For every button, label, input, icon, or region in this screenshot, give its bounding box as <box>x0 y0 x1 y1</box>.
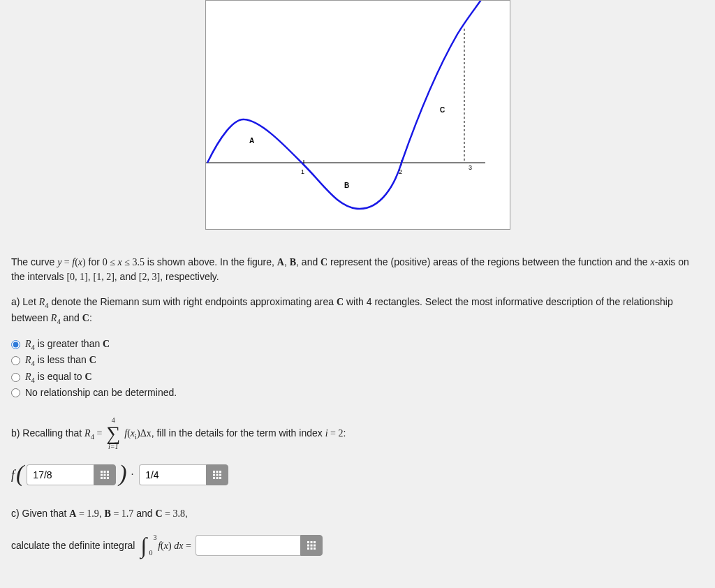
svg-rect-16 <box>213 474 215 476</box>
graph-label-b: B <box>344 182 349 189</box>
radio-equal[interactable] <box>11 373 20 382</box>
part-c-given: c) Given that A = 1.9, B = 1.7 and C = 3… <box>11 506 704 521</box>
problem-body: The curve y = f(x) for 0 ≤ x ≤ 3.5 is sh… <box>0 238 715 588</box>
keypad-icon[interactable] <box>206 464 228 485</box>
input-xi-field[interactable] <box>27 464 94 485</box>
svg-rect-25 <box>307 545 309 547</box>
graph-tick-2: 2 <box>399 168 402 175</box>
svg-rect-13 <box>213 471 215 473</box>
svg-rect-22 <box>307 541 309 543</box>
svg-rect-21 <box>219 477 221 479</box>
input-xi[interactable] <box>27 464 116 485</box>
option-equal[interactable]: R4 is equal to C <box>11 369 704 386</box>
integral-symbol: ∫ 3 0 <box>140 534 147 557</box>
part-c-integral: calculate the definite integral ∫ 3 0 f(… <box>11 534 704 557</box>
input-dx[interactable] <box>139 464 228 485</box>
option-none[interactable]: No relationship can be determined. <box>11 385 704 400</box>
svg-rect-17 <box>216 474 219 476</box>
part-b-prompt: b) Recalling that R4 = 4 ∑ i=1 f(xi)Δx, … <box>11 417 704 450</box>
input-dx-field[interactable] <box>139 464 206 485</box>
graph-label-a: A <box>249 137 254 145</box>
svg-rect-23 <box>310 541 312 543</box>
input-integral-field[interactable] <box>196 535 300 556</box>
svg-rect-7 <box>101 474 103 476</box>
svg-rect-19 <box>213 477 215 479</box>
keypad-icon[interactable] <box>300 535 323 556</box>
part-a-options: R4 is greater than C R4 is less than C R… <box>11 337 704 401</box>
svg-rect-27 <box>314 545 316 547</box>
radio-none[interactable] <box>11 388 20 397</box>
option-greater[interactable]: R4 is greater than C <box>11 337 704 353</box>
graph-tick-1: 1 <box>301 168 304 175</box>
svg-rect-18 <box>219 474 221 476</box>
svg-rect-20 <box>216 477 219 479</box>
svg-rect-6 <box>107 471 109 473</box>
part-b-inputs: f ( ) · <box>11 463 704 487</box>
svg-rect-30 <box>314 547 316 550</box>
svg-rect-11 <box>104 477 106 479</box>
keypad-icon[interactable] <box>94 464 116 485</box>
graph-label-c: C <box>440 106 445 114</box>
svg-rect-24 <box>314 541 316 543</box>
input-integral[interactable] <box>196 535 323 556</box>
function-graph: A B C 1 2 3 <box>205 0 510 230</box>
svg-rect-14 <box>216 471 219 473</box>
svg-rect-12 <box>107 477 109 479</box>
svg-rect-26 <box>310 545 312 547</box>
radio-greater[interactable] <box>11 340 20 349</box>
svg-rect-29 <box>310 547 312 550</box>
svg-rect-15 <box>219 471 221 473</box>
svg-rect-9 <box>107 474 109 476</box>
radio-less[interactable] <box>11 356 20 365</box>
option-less[interactable]: R4 is less than C <box>11 353 704 369</box>
graph-tick-3: 3 <box>469 164 472 171</box>
part-a-prompt: a) Let R4 denote the Riemann sum with ri… <box>11 295 704 327</box>
summation-symbol: 4 ∑ i=1 <box>106 417 120 450</box>
svg-rect-4 <box>101 471 103 473</box>
svg-rect-8 <box>104 474 106 476</box>
svg-rect-28 <box>307 547 309 550</box>
svg-rect-10 <box>101 477 103 479</box>
svg-rect-5 <box>104 471 106 473</box>
graph-container: A B C 1 2 3 <box>0 0 715 238</box>
intro-paragraph: The curve y = f(x) for 0 ≤ x ≤ 3.5 is sh… <box>11 255 704 285</box>
